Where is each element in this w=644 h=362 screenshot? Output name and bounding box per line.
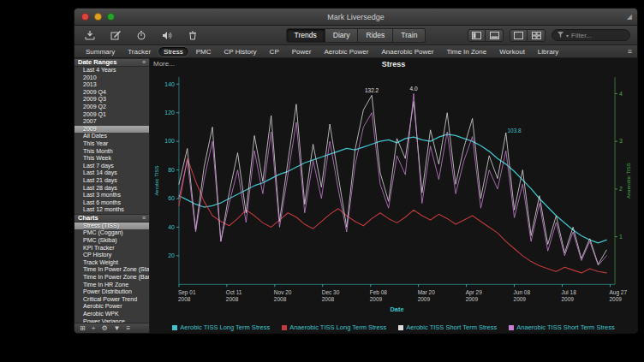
svg-text:Aerobic TISS: Aerobic TISS [154,166,159,196]
stress-chart[interactable]: 204060801001201401234Sep 012008Oct 11200… [150,70,637,322]
tabbar-menu-icon[interactable]: ≡ [628,47,632,56]
daterange-2009-q3[interactable]: 2009 Q3 [75,96,149,104]
daterange-last-12-months[interactable]: Last 12 months [75,206,149,214]
daterange-last-28-days[interactable]: Last 28 days [75,185,149,193]
daterange-last-3-months[interactable]: Last 3 months [75,192,149,199]
svg-text:4: 4 [619,91,623,97]
layout-group [510,29,546,42]
svg-text:2009: 2009 [514,296,527,302]
daterange-last-6-months[interactable]: Last 6 months [75,199,149,207]
daterange-this-month[interactable]: This Month [75,148,149,156]
legend-anaerobic-tiss-long-term-stress: Anaerobic TISS Long Term Stress [282,323,386,331]
legend-swatch [509,325,514,330]
daterange-2009-q2[interactable]: 2009 Q2 [75,104,149,111]
charts-menu-icon[interactable]: ≡ [142,214,146,223]
svg-text:2009: 2009 [561,296,574,302]
sidebar-grid-icon[interactable]: ⊞ [80,324,86,332]
svg-text:Nov 20: Nov 20 [274,289,292,295]
tab-library[interactable]: Library [532,46,564,57]
chartitem-power-distribution[interactable]: Power Distribution [75,288,149,296]
tab-power[interactable]: Power [286,46,318,57]
svg-text:Dec 30: Dec 30 [322,289,340,295]
chartitem-time-in-power-zone-stacked[interactable]: Time In Power Zone (Stacked) [75,266,149,274]
chartitem-cp-history[interactable]: CP History [75,252,149,259]
legend-swatch [398,325,403,330]
svg-text:2009: 2009 [466,296,479,302]
segment-trends[interactable]: Trends [286,28,325,43]
sidebar-toggle-group [468,29,504,42]
tab-cp-history[interactable]: CP History [218,46,263,57]
svg-text:140: 140 [164,81,175,87]
filter-input[interactable]: ▾ Filter... [552,29,630,41]
filter-placeholder: Filter... [571,32,592,39]
daterange-last-4-years[interactable]: Last 4 Years [75,67,149,74]
daterange-2009[interactable]: 2009 [75,126,149,134]
tab-summary[interactable]: Summary [80,46,121,57]
svg-text:2009: 2009 [609,296,622,302]
chartitem-kpi-tracker[interactable]: KPI Tracker [75,245,149,252]
chevron-down-icon: ▾ [566,33,569,39]
trash-button[interactable] [184,29,201,42]
daterange-2007[interactable]: 2007 [75,118,149,126]
daterange-last-14-days[interactable]: Last 14 days [75,169,149,177]
svg-text:Oct 11: Oct 11 [226,289,242,295]
tab-time-in-zone[interactable]: Time In Zone [440,46,492,57]
chartitem-pmc-skiba[interactable]: PMC (Skiba) [75,237,149,245]
grid-view-button[interactable] [528,29,546,42]
sidebar-menu-icon[interactable]: ≡ [126,324,130,332]
tab-tracker[interactable]: Tracker [122,46,157,57]
legend-swatch [282,325,287,330]
window-title: Mark Liversedge [75,13,637,21]
chartitem-critical-power-trend[interactable]: Critical Power Trend [75,296,149,304]
tiled-view-button[interactable] [510,29,528,42]
compose-button[interactable] [107,29,124,42]
tab-pmc[interactable]: PMC [190,46,218,57]
tab-workout[interactable]: Workout [493,46,531,57]
daterange-2010[interactable]: 2010 [75,74,149,82]
app-window: Mark Liversedge ◢ TrendsDiaryRidesTrain [74,8,638,334]
svg-text:132.2: 132.2 [365,87,379,93]
segment-rides[interactable]: Rides [359,28,394,43]
svg-text:Jun 08: Jun 08 [514,289,531,295]
chart-legend: Aerobic TISS Long Term StressAnaerobic T… [150,322,637,333]
daterange-2009-q1[interactable]: 2009 Q1 [75,111,149,119]
svg-text:2008: 2008 [178,296,191,302]
legend-swatch [172,325,177,330]
daterange-this-year[interactable]: This Year [75,140,149,148]
chartitem-pmc-coggan[interactable]: PMC (Coggan) [75,229,149,237]
chartitem-aerobic-power[interactable]: Aerobic Power [75,303,149,311]
sidebar-settings-icon[interactable]: ⚙ [101,324,107,332]
svg-text:2009: 2009 [370,296,383,302]
daterange-this-week[interactable]: This Week [75,155,149,163]
main-toolbar: TrendsDiaryRidesTrain [75,26,637,45]
chartitem-stress-tiss[interactable]: Stress (TISS) [75,223,149,230]
chartitem-time-in-hr-zone[interactable]: Time In HR Zone [75,282,149,289]
sidebar-add-icon[interactable]: + [92,324,96,332]
sidebar-filter-icon[interactable]: ▼ [114,324,121,332]
tab-stress[interactable]: Stress [158,46,189,57]
daterange-2009-q4[interactable]: 2009 Q4 [75,89,149,97]
toggle-sidebar-button[interactable] [468,29,486,42]
segment-train[interactable]: Train [393,28,426,43]
speaker-button[interactable] [158,29,176,42]
segment-diary[interactable]: Diary [325,28,359,43]
chartitem-aerobic-wpk[interactable]: Aerobic WPK [75,311,149,318]
tab-anaerobic-power[interactable]: Anaerobic Power [375,46,439,57]
chartitem-time-in-power-zone-bar[interactable]: Time In Power Zone (Bar) [75,274,149,282]
tab-aerobic-power[interactable]: Aerobic Power [318,46,374,57]
title-bar[interactable]: Mark Liversedge ◢ [75,9,637,26]
import-button[interactable] [81,29,98,42]
stopwatch-button[interactable] [133,29,150,42]
legend-label: Aerobic TISS Short Term Stress [406,323,497,331]
svg-text:80: 80 [168,167,175,173]
toggle-bottombar-button[interactable] [486,29,504,42]
fullscreen-icon[interactable]: ◢ [627,13,632,21]
daterange-all-dates[interactable]: All Dates [75,133,149,140]
daterange-last-21-days[interactable]: Last 21 days [75,177,149,185]
chart-title: Stress [150,60,637,68]
daterange-2013[interactable]: 2013 [75,81,149,89]
chartitem-track-weight[interactable]: Track Weight [75,259,149,267]
daterange-last-7-days[interactable]: Last 7 days [75,163,149,170]
date-ranges-menu-icon[interactable]: ≡ [142,58,146,67]
tab-cp[interactable]: CP [264,46,285,57]
